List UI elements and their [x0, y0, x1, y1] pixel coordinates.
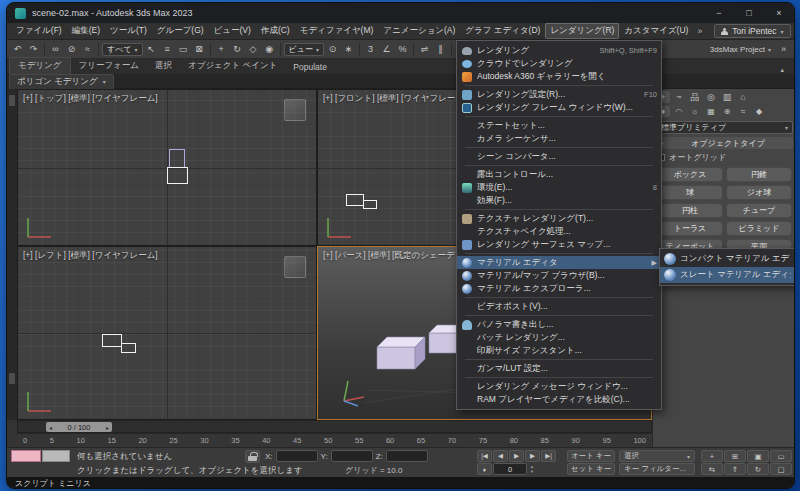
primitive-button-2[interactable]: 円錐 — [726, 167, 792, 182]
render-menu-item-18[interactable]: テクスチャベイク処理... — [457, 225, 661, 238]
ribbon-tab-2[interactable]: フリーフォーム — [71, 58, 148, 74]
coordinate-input-3[interactable] — [386, 450, 428, 462]
key-mode-toggle[interactable]: ♦ — [477, 463, 492, 475]
pan-icon[interactable]: ⇆ — [701, 463, 723, 475]
next-frame-button[interactable]: ▶ — [525, 450, 540, 462]
menubar-item-9[interactable]: グラフ エディタ(D) — [460, 23, 545, 39]
render-menu-item-28[interactable]: バッチ レンダリング... — [457, 331, 661, 344]
menubar-item-1[interactable]: ファイル(F) — [11, 23, 67, 39]
menubar-item-10[interactable]: レンダリング(R) — [545, 23, 619, 39]
coordinate-input-2[interactable] — [331, 450, 373, 462]
ribbon-tab-5[interactable]: Populate — [285, 60, 335, 74]
window-crossing-toggle-icon[interactable]: ⊠ — [192, 42, 207, 57]
viewport-left[interactable]: [+] [レフト] [標準] [ワイヤフレーム] — [17, 246, 317, 420]
ribbon-minimize-button[interactable]: ▴ — [772, 66, 792, 74]
layout-tab[interactable] — [9, 95, 15, 106]
render-menu-item-33[interactable]: レンダリング メッセージ ウィンドウ... — [457, 380, 661, 393]
time-slider-handle[interactable]: ◂ 0 / 100 ▸ — [46, 422, 112, 432]
primitive-button-1[interactable]: ボックス — [657, 167, 723, 182]
menubar-item-7[interactable]: モディファイヤ(M) — [295, 23, 379, 39]
material-submenu-item-2[interactable]: スレート マテリアル エディタ... — [660, 267, 795, 283]
menubar-item-11[interactable]: カスタマイズ(U) — [619, 23, 693, 39]
menubar-overflow-chevron[interactable]: » — [693, 26, 706, 36]
space-warps-category-icon[interactable]: ≈ — [736, 106, 750, 117]
maximize-viewport-toggle-icon[interactable]: ▢ — [770, 463, 792, 475]
selection-filter-dropdown[interactable]: すべて▾ — [102, 43, 143, 56]
ribbon-tab-4[interactable]: オブジェクト ペイント — [180, 58, 285, 74]
toolbar-overflow-icon[interactable]: » — [776, 42, 791, 57]
key-filters-button[interactable]: キー フィルター... — [619, 463, 695, 475]
view-cube[interactable] — [284, 256, 306, 278]
current-frame-field[interactable]: 0 — [493, 463, 527, 475]
material-submenu-item-1[interactable]: コンパクト マテリアル エディタ... — [660, 251, 795, 267]
hierarchy-tab-icon[interactable]: 品 — [688, 91, 702, 103]
render-menu-item-25[interactable]: ビデオポスト(V)... — [457, 300, 661, 313]
zoom-extents-icon[interactable]: ▣ — [747, 450, 769, 462]
go-to-start-button[interactable]: |◀ — [477, 450, 492, 462]
cameras-category-icon[interactable]: ▦ — [704, 106, 718, 117]
polygon-modeling-tab[interactable]: ポリゴン モデリング ▾ — [9, 74, 114, 90]
display-tab-icon[interactable]: ▥ — [720, 91, 734, 103]
zoom-region-icon[interactable]: ▭ — [770, 450, 792, 462]
helpers-category-icon[interactable]: ⊕ — [720, 106, 734, 117]
select-and-link-icon[interactable]: ∞ — [48, 42, 63, 57]
render-menu-item-13[interactable]: 露出コントロール... — [457, 168, 661, 181]
menubar-item-2[interactable]: 編集(E) — [67, 23, 105, 39]
render-menu-item-9[interactable]: カメラ シーケンサ... — [457, 132, 661, 145]
mirror-icon[interactable]: ⇌ — [417, 42, 432, 57]
primitive-category-dropdown[interactable]: 標準プリミティブ ▾ — [656, 121, 793, 134]
align-icon[interactable]: ∥ — [433, 42, 448, 57]
render-menu-item-11[interactable]: シーン コンバータ... — [457, 150, 661, 163]
viewport-top-label[interactable]: [+] [トップ] [標準] [ワイヤフレーム] — [23, 93, 158, 105]
render-menu-item-23[interactable]: マテリアル エクスプローラ... — [457, 282, 661, 295]
shapes-category-icon[interactable]: ◠ — [672, 106, 686, 117]
user-account-button[interactable]: Tori iPentec▾ — [714, 24, 790, 38]
maximize-button[interactable]: □ — [734, 3, 764, 23]
ribbon-tab-1[interactable]: モデリング — [9, 57, 71, 74]
render-menu-item-14[interactable]: 環境(E)...8 — [457, 181, 661, 194]
snaps-toggle-icon[interactable]: 3 — [363, 42, 378, 57]
angle-snap-toggle-icon[interactable]: ∠ — [379, 42, 394, 57]
scene-object-wireframe[interactable] — [167, 167, 188, 184]
next-frame-arrow-icon[interactable]: ▸ — [106, 424, 109, 431]
render-menu-item-21[interactable]: マテリアル エディタ▶ — [457, 256, 661, 269]
render-menu-item-1[interactable]: レンダリングShift+Q, Shift+F9 — [457, 44, 661, 57]
zoom-all-icon[interactable]: ⊞ — [724, 450, 746, 462]
render-menu-item-8[interactable]: ステートセット... — [457, 119, 661, 132]
use-pivot-point-center-icon[interactable]: ⊙ — [325, 42, 340, 57]
select-and-place-icon[interactable]: ◉ — [262, 42, 277, 57]
scene-object-wireframe[interactable] — [346, 194, 364, 206]
set-key-button[interactable]: セット キー — [567, 463, 615, 475]
bind-to-space-warp-icon[interactable]: ≈ — [80, 42, 95, 57]
keying-selection-dropdown[interactable]: 選択 ▾ — [619, 450, 695, 462]
scene-object-wireframe[interactable] — [102, 334, 122, 347]
primitive-button-6[interactable]: チューブ — [726, 203, 792, 218]
render-menu-item-22[interactable]: マテリアル/マップ ブラウザ(B)... — [457, 269, 661, 282]
render-menu-item-2[interactable]: クラウドでレンダリング — [457, 57, 661, 70]
orbit-icon[interactable]: ↻ — [747, 463, 769, 475]
select-and-manipulate-icon[interactable]: ∗ — [341, 42, 356, 57]
unlink-selection-icon[interactable]: ⊘ — [64, 42, 79, 57]
minimize-button[interactable]: − — [704, 3, 734, 23]
menubar-item-6[interactable]: 作成(C) — [256, 23, 295, 39]
rectangular-selection-region-icon[interactable]: ▭ — [176, 42, 191, 57]
object-type-rollout[interactable]: ▾ オブジェクトタイプ — [656, 137, 793, 149]
primitive-button-5[interactable]: 円柱 — [657, 203, 723, 218]
select-object-icon[interactable]: ↖ — [144, 42, 159, 57]
viewport-left-label[interactable]: [+] [レフト] [標準] [ワイヤフレーム] — [23, 250, 158, 262]
menubar-item-8[interactable]: アニメーション(A) — [378, 23, 460, 39]
zoom-icon[interactable]: + — [701, 450, 723, 462]
modify-tab-icon[interactable]: ~ — [672, 91, 686, 103]
render-menu-item-6[interactable]: レンダリング フレーム ウィンドウ(W)... — [457, 101, 661, 114]
percent-snap-toggle-icon[interactable]: % — [395, 42, 410, 57]
select-and-rotate-icon[interactable]: ↻ — [230, 42, 245, 57]
menubar-item-5[interactable]: ビュー(V) — [209, 23, 256, 39]
render-menu-item-27[interactable]: パノラマ書き出し... — [457, 318, 661, 331]
macro-recorder-field[interactable] — [11, 450, 41, 462]
lights-category-icon[interactable]: ☼ — [688, 106, 702, 117]
spinner-down-icon[interactable]: ▾ — [531, 469, 533, 474]
scene-object-wireframe[interactable] — [363, 200, 377, 209]
previous-frame-arrow-icon[interactable]: ◂ — [49, 424, 52, 431]
mini-listener-field[interactable] — [42, 450, 70, 462]
ribbon-tab-3[interactable]: 選択 — [147, 58, 180, 74]
